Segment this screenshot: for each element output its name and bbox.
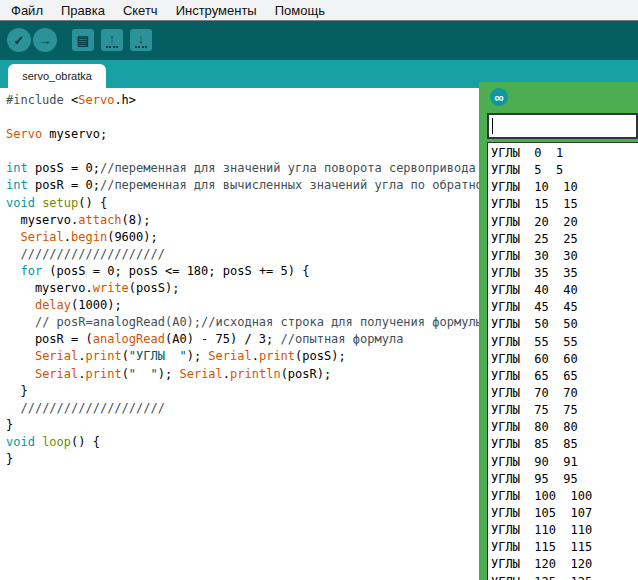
serial-row: УГЛЫ 95 95 bbox=[491, 471, 638, 488]
menu-item-file[interactable]: Файл bbox=[7, 2, 47, 19]
serial-row: УГЛЫ 60 60 bbox=[491, 351, 638, 368]
serial-row: УГЛЫ 125 125 bbox=[491, 574, 638, 580]
serial-row: УГЛЫ 70 70 bbox=[491, 385, 638, 402]
serial-row: УГЛЫ 65 65 bbox=[491, 368, 638, 385]
upload-button[interactable]: → bbox=[33, 28, 57, 52]
serial-row: УГЛЫ 110 110 bbox=[491, 522, 638, 539]
arduino-ide-window: ФайлПравкаСкетчИнструментыПомощь ✓→▤↑↓ s… bbox=[0, 0, 638, 580]
save-button[interactable]: ↓ bbox=[130, 29, 152, 51]
tab-servo-obratka[interactable]: servo_obratka bbox=[8, 64, 106, 88]
serial-row: УГЛЫ 75 75 bbox=[491, 402, 638, 419]
serial-monitor-titlebar[interactable]: ∞ bbox=[479, 82, 638, 112]
serial-row: УГЛЫ 30 30 bbox=[491, 248, 638, 265]
toolbar: ✓→▤↑↓ bbox=[0, 21, 638, 60]
menu-item-tools[interactable]: Инструменты bbox=[172, 2, 261, 19]
text-caret bbox=[492, 118, 493, 134]
serial-row: УГЛЫ 120 120 bbox=[491, 556, 638, 573]
serial-row: УГЛЫ 90 91 bbox=[491, 454, 638, 471]
serial-send-input[interactable] bbox=[487, 113, 638, 139]
open-button[interactable]: ↑ bbox=[101, 29, 123, 51]
serial-row: УГЛЫ 50 50 bbox=[491, 316, 638, 333]
serial-row: УГЛЫ 45 45 bbox=[491, 299, 638, 316]
save-icon: ↓ bbox=[138, 32, 145, 45]
serial-row: УГЛЫ 55 55 bbox=[491, 334, 638, 351]
serial-row: УГЛЫ 0 1 bbox=[491, 145, 638, 162]
tab-label: servo_obratka bbox=[22, 70, 92, 82]
serial-row: УГЛЫ 40 40 bbox=[491, 282, 638, 299]
serial-row: УГЛЫ 15 15 bbox=[491, 196, 638, 213]
open-tray-icon bbox=[106, 46, 118, 48]
serial-row: УГЛЫ 20 20 bbox=[491, 214, 638, 231]
serial-row: УГЛЫ 115 115 bbox=[491, 539, 638, 556]
serial-row: УГЛЫ 25 25 bbox=[491, 231, 638, 248]
verify-button[interactable]: ✓ bbox=[7, 28, 31, 52]
serial-output-area[interactable]: УГЛЫ 0 1УГЛЫ 5 5УГЛЫ 10 10УГЛЫ 15 15УГЛЫ… bbox=[487, 142, 638, 580]
arduino-logo-icon: ∞ bbox=[490, 88, 508, 106]
serial-row: УГЛЫ 80 80 bbox=[491, 419, 638, 436]
open-icon: ↑ bbox=[109, 32, 116, 45]
serial-monitor-window: ∞ УГЛЫ 0 1УГЛЫ 5 5УГЛЫ 10 10УГЛЫ 15 15УГ… bbox=[479, 82, 638, 580]
menu-item-sketch[interactable]: Скетч bbox=[119, 2, 162, 19]
save-tray-icon bbox=[135, 46, 147, 48]
serial-row: УГЛЫ 105 107 bbox=[491, 505, 638, 522]
menu-item-help[interactable]: Помощь bbox=[271, 2, 329, 19]
new-sketch-button[interactable]: ▤ bbox=[72, 29, 94, 51]
serial-row: УГЛЫ 85 85 bbox=[491, 436, 638, 453]
verify-icon: ✓ bbox=[14, 34, 25, 47]
serial-row: УГЛЫ 100 100 bbox=[491, 488, 638, 505]
serial-row: УГЛЫ 5 5 bbox=[491, 162, 638, 179]
serial-row: УГЛЫ 35 35 bbox=[491, 265, 638, 282]
upload-icon: → bbox=[39, 34, 52, 47]
menu-item-edit[interactable]: Правка bbox=[57, 2, 109, 19]
new-sketch-icon: ▤ bbox=[77, 34, 89, 47]
menu-bar: ФайлПравкаСкетчИнструментыПомощь bbox=[0, 0, 638, 21]
serial-row: УГЛЫ 10 10 bbox=[491, 179, 638, 196]
